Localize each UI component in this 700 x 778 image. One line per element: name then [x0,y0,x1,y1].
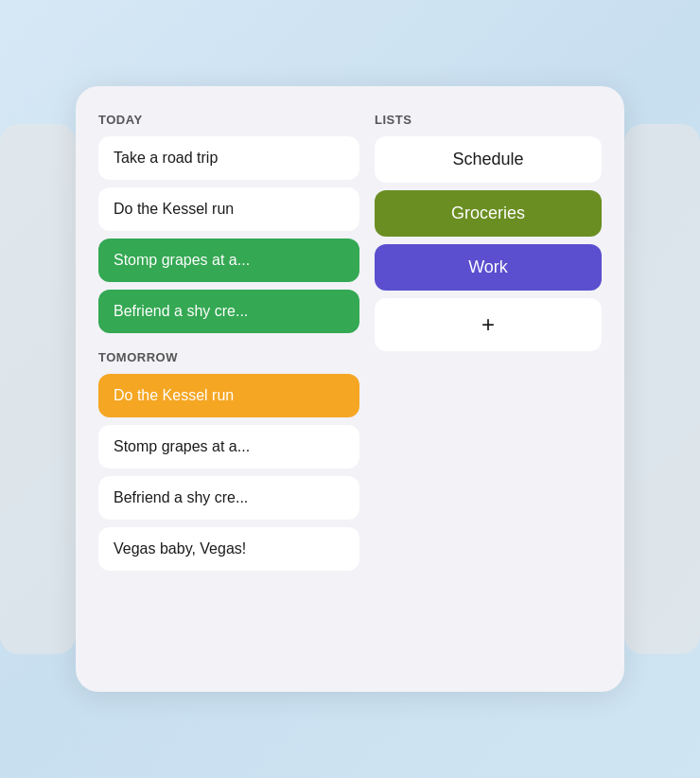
today-label: TODAY [98,113,359,127]
task-tomorrow-vegas[interactable]: Vegas baby, Vegas! [98,527,359,571]
task-befriend-shy[interactable]: Befriend a shy cre... [98,290,359,333]
task-take-road-trip[interactable]: Take a road trip [98,136,359,180]
task-stomp-grapes[interactable]: Stomp grapes at a... [98,239,359,282]
list-work[interactable]: Work [375,244,602,291]
task-tomorrow-stomp[interactable]: Stomp grapes at a... [98,425,359,469]
task-tomorrow-kessel[interactable]: Do the Kessel run [98,374,359,417]
task-do-kessel-run[interactable]: Do the Kessel run [98,187,359,231]
list-add-button[interactable]: + [375,298,602,351]
tomorrow-label: TOMORROW [98,350,359,364]
list-groceries[interactable]: Groceries [375,190,602,237]
left-column: TODAY Take a road trip Do the Kessel run… [98,113,359,665]
task-tomorrow-befriend[interactable]: Befriend a shy cre... [98,476,359,520]
main-card: TODAY Take a road trip Do the Kessel run… [76,86,624,692]
side-panel-left [0,124,76,654]
side-panel-right [624,124,700,654]
right-column: LISTS Schedule Groceries Work + [375,113,602,665]
app-container: TODAY Take a road trip Do the Kessel run… [0,0,700,778]
list-schedule[interactable]: Schedule [375,136,602,183]
lists-label: LISTS [375,113,602,127]
